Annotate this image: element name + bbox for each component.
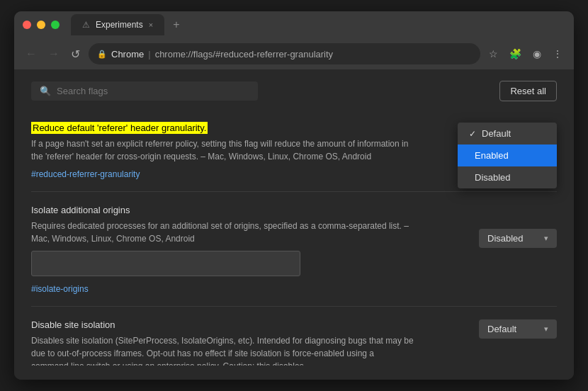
isolate-origins-input[interactable] [31,251,300,276]
tab-close-button[interactable]: × [149,21,153,29]
flag-title-text: Reduce default 'referer' header granular… [31,122,208,134]
dropdown-arrow-isolate-origins: ▾ [544,234,548,243]
reset-all-button[interactable]: Reset all [499,81,557,101]
tab-warning-icon: ⚠ [82,20,90,30]
profile-icon[interactable]: ◉ [530,45,544,62]
dropdown-wrapper-disable-site-isolation: Default ▾ [479,319,557,339]
option-label-default: Default [482,128,511,139]
dropdown-button-isolate-origins[interactable]: Disabled ▾ [479,229,557,248]
dropdown-menu-reduced-referrer: ✓ Default Enabled Disabled [458,123,557,188]
url-bar[interactable]: 🔒 Chrome | chrome://flags/#reduced-refer… [89,43,480,64]
forward-button[interactable]: → [45,45,62,63]
flags-list: Reduce default 'referer' header granular… [14,110,574,366]
flag-control-isolate-origins: Disabled ▾ [479,229,557,248]
url-path: chrome://flags/#reduced-referrer-granula… [155,49,333,60]
url-separator: | [148,49,150,60]
search-icon: 🔍 [40,86,51,96]
flag-item-isolate-origins: Isolate additional origins Requires dedi… [31,192,557,307]
extensions-icon[interactable]: 🧩 [507,45,524,62]
flag-description-reduced-referrer: If a page hasn't set an explicit referre… [31,137,414,163]
tab-title: Experiments [96,20,143,30]
option-label-disabled: Disabled [475,172,511,183]
site-name: Chrome [111,49,144,60]
address-bar: ← → ↺ 🔒 Chrome | chrome://flags/#reduced… [14,38,574,69]
dropdown-option-enabled[interactable]: Enabled [458,144,557,166]
bookmark-icon[interactable]: ☆ [486,45,501,62]
back-button[interactable]: ← [23,45,40,63]
active-tab[interactable]: ⚠ Experiments × [71,14,164,35]
bottom-fade [14,366,574,380]
dropdown-option-default[interactable]: ✓ Default [458,123,557,144]
search-placeholder: Search flags [57,86,108,96]
minimize-button[interactable] [37,21,45,29]
flag-link-reduced-referrer[interactable]: #reduced-referrer-granularity [31,169,140,179]
flag-item-disable-site-isolation: Disable site isolation Disables site iso… [31,307,557,366]
flag-description-isolate-origins: Requires dedicated processes for an addi… [31,220,414,245]
option-label-enabled: Enabled [475,150,509,161]
address-actions: ☆ 🧩 ◉ ⋮ [486,45,565,62]
dropdown-value-isolate-origins: Disabled [487,233,524,244]
maximize-button[interactable] [51,21,60,29]
check-icon-default: ✓ [469,129,476,139]
dropdown-button-disable-site-isolation[interactable]: Default ▾ [479,319,557,339]
flag-control-disable-site-isolation: Default ▾ [479,319,557,339]
browser-window: ⚠ Experiments × + ← → ↺ 🔒 Chrome | chrom… [14,11,574,380]
search-bar-area: 🔍 Search flags Reset all [14,69,574,110]
menu-icon[interactable]: ⋮ [550,45,565,62]
tab-area: ⚠ Experiments × + [71,14,565,35]
dropdown-value-disable-site-isolation: Default [487,324,516,334]
reload-button[interactable]: ↺ [68,45,83,64]
traffic-lights [23,21,60,29]
dropdown-wrapper-isolate-origins: Disabled ▾ [479,229,557,248]
lock-icon: 🔒 [97,50,107,59]
new-tab-button[interactable]: + [167,16,185,34]
title-bar: ⚠ Experiments × + [14,11,574,38]
flag-description-disable-site-isolation: Disables site isolation (SitePerProcess,… [31,334,414,366]
dropdown-arrow-disable-site-isolation: ▾ [544,324,548,334]
close-button[interactable] [23,21,31,29]
dropdown-option-disabled[interactable]: Disabled [458,166,557,188]
flag-item-reduced-referrer: Reduce default 'referer' header granular… [31,110,557,192]
flag-title-isolate-origins: Isolate additional origins [31,205,557,215]
page-content: 🔍 Search flags Reset all Reduce default … [14,69,574,380]
search-flags-input[interactable]: 🔍 Search flags [31,81,258,101]
flag-link-isolate-origins[interactable]: #isolate-origins [31,284,89,294]
flag-title-disable-site-isolation: Disable site isolation [31,319,557,330]
